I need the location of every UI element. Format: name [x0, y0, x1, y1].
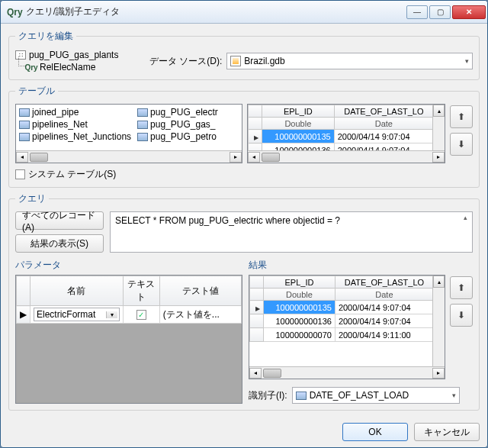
tree-root[interactable]: ∷ pug_PUG_gas_plants	[15, 49, 145, 61]
window: Qry クエリ/識別子エディタ — ▢ ✕ クエリを編集 ∷ pug_PUG_g…	[0, 0, 488, 448]
move-down-button[interactable]: ⬇	[450, 133, 473, 156]
query-tree[interactable]: ∷ pug_PUG_gas_plants Qry RelElecName	[15, 49, 145, 73]
show-results-button[interactable]: 結果の表示(S)	[15, 234, 104, 253]
table-item[interactable]: pug_PUG_gas_	[134, 118, 242, 131]
table-item[interactable]: pug_PUG_electr	[134, 106, 242, 118]
move-up-button[interactable]: ⬆	[450, 105, 473, 128]
table-icon	[137, 121, 148, 129]
results-up-button[interactable]: ⬆	[450, 276, 473, 299]
edit-query-legend: クエリを編集	[15, 30, 76, 43]
sql-text[interactable]: SELECT * FROM pug_PUG_electric where obj…	[110, 211, 473, 253]
results-legend: 結果	[249, 259, 473, 272]
table-item[interactable]: pug_PUG_petro	[134, 131, 242, 143]
close-button[interactable]: ✕	[452, 5, 486, 19]
table-icon	[19, 121, 30, 129]
preview-vscroll[interactable]: ▴	[432, 105, 445, 150]
titlebar[interactable]: Qry クエリ/識別子エディタ — ▢ ✕	[1, 1, 487, 24]
params-legend: パラメータ	[15, 259, 242, 272]
preview-grid[interactable]: EPL_IDDATE_OF_LAST_LO DoubleDate 1000000…	[247, 104, 445, 163]
ok-button[interactable]: OK	[342, 423, 408, 441]
field-icon	[296, 392, 307, 400]
minimize-button[interactable]: —	[406, 5, 428, 19]
param-test-cell[interactable]: (テスト値を...	[159, 306, 241, 324]
param-text-checkbox[interactable]: ✓	[136, 310, 146, 320]
table-item[interactable]: joined_pipe	[16, 106, 134, 118]
tree-child[interactable]: Qry RelElecName	[26, 61, 145, 73]
results-down-button[interactable]: ⬇	[450, 304, 473, 327]
results-vscroll[interactable]: ▴	[432, 276, 445, 366]
preview-hscroll[interactable]: ◂▸	[248, 150, 445, 163]
gdb-icon	[230, 56, 241, 66]
tables-group: テーブル joined_pipe pipelines_Net pipelines…	[8, 85, 480, 188]
query-icon: Qry	[26, 63, 37, 72]
results-hscroll[interactable]: ◂▸	[249, 366, 445, 379]
params-grid[interactable]: 名前テキストテスト値 ▶ ElectricFormat ✓ (テスト値を...	[15, 275, 242, 404]
results-grid[interactable]: EPL_IDDATE_OF_LAST_LO DoubleDate 1000000…	[249, 275, 445, 379]
system-tables-label: システム テーブル(S)	[28, 168, 116, 181]
sql-scroll-up[interactable]: ▴	[460, 214, 470, 224]
dialog-footer: OK キャンセル	[1, 417, 487, 447]
table-icon	[19, 108, 30, 117]
query-group: クエリ すべてのレコード(A) 結果の表示(S) SELECT * FROM p…	[8, 192, 480, 411]
cancel-button[interactable]: キャンセル	[414, 423, 480, 441]
maximize-button[interactable]: ▢	[429, 5, 451, 19]
all-records-button[interactable]: すべてのレコード(A)	[15, 211, 104, 230]
identifier-combo[interactable]: DATE_OF_LAST_LOAD	[292, 387, 460, 404]
table-icon	[137, 133, 148, 141]
tables-listbox[interactable]: joined_pipe pipelines_Net pipelines_Net_…	[15, 104, 242, 163]
tables-hscroll[interactable]: ◂▸	[16, 150, 242, 163]
title-prefix: Qry	[7, 7, 23, 18]
system-tables-checkbox[interactable]	[15, 169, 25, 179]
table-icon	[137, 108, 148, 117]
table-item[interactable]: pipelines_Net	[16, 118, 134, 131]
table-item[interactable]: pipelines_Net_Junctions	[16, 131, 134, 143]
tables-legend: テーブル	[15, 85, 58, 98]
table-icon	[19, 133, 30, 141]
window-title: クエリ/識別子エディタ	[26, 5, 406, 18]
identifier-label: 識別子(I):	[249, 389, 287, 402]
datasource-combo[interactable]: Brazil.gdb	[226, 53, 473, 69]
query-legend: クエリ	[15, 192, 49, 205]
datasource-label: データ ソース(D):	[149, 55, 222, 68]
edit-query-group: クエリを編集 ∷ pug_PUG_gas_plants Qry RelElecN…	[8, 30, 480, 80]
param-name-combo[interactable]: ElectricFormat	[34, 308, 120, 321]
